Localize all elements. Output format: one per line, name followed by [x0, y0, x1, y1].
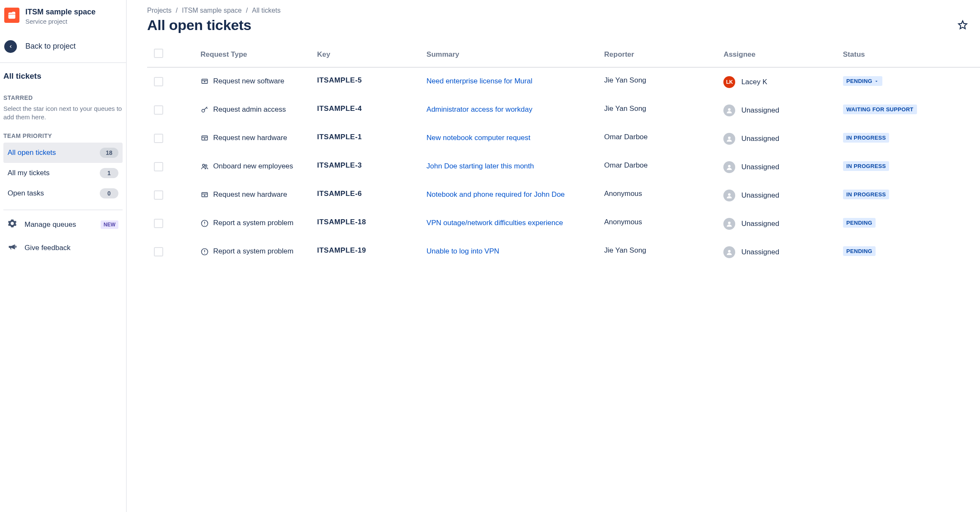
alert-icon: [200, 219, 209, 228]
hardware-icon: [200, 134, 209, 143]
feedback-label: Give feedback: [25, 244, 71, 252]
ticket-summary-link[interactable]: Need enterprise license for Mural: [427, 77, 532, 85]
table-row[interactable]: Report a system problemITSAMPLE-18VPN ou…: [147, 209, 980, 238]
row-checkbox[interactable]: [154, 162, 163, 171]
table-row[interactable]: Report a system problemITSAMPLE-19Unable…: [147, 238, 980, 266]
assignee-cell[interactable]: LKLacey K: [723, 76, 832, 88]
queue-item[interactable]: Open tasks0: [3, 183, 123, 204]
row-checkbox[interactable]: [154, 219, 163, 228]
table-row[interactable]: Request new hardwareITSAMPLE-6Notebook a…: [147, 181, 980, 209]
row-checkbox[interactable]: [154, 190, 163, 200]
chevron-down-icon: [874, 79, 879, 84]
reporter-cell[interactable]: Omar Darboe: [599, 124, 718, 153]
status-badge[interactable]: IN PROGRESS: [843, 190, 890, 199]
assignee-name: Unassigned: [741, 106, 779, 115]
svg-point-21: [205, 253, 205, 253]
breadcrumb-item[interactable]: Projects: [147, 7, 172, 14]
reporter-cell[interactable]: Anonymous: [599, 181, 718, 209]
assignee-cell[interactable]: Unassigned: [723, 161, 832, 173]
table-row[interactable]: Onboard new employeesITSAMPLE-3John Doe …: [147, 153, 980, 181]
queue-count-badge: 1: [100, 168, 118, 178]
assignee-cell[interactable]: Unassigned: [723, 246, 832, 258]
reporter-cell[interactable]: Omar Darboe: [599, 153, 718, 181]
ticket-key[interactable]: ITSAMPLE-5: [312, 67, 422, 96]
ticket-key[interactable]: ITSAMPLE-3: [312, 153, 422, 181]
reporter-cell[interactable]: Jie Yan Song: [599, 67, 718, 96]
star-icon: [957, 19, 968, 30]
select-all-header[interactable]: [147, 49, 195, 67]
gear-icon: [8, 219, 17, 230]
svg-point-17: [205, 225, 205, 225]
checkbox-icon[interactable]: [154, 49, 163, 58]
unassigned-avatar-icon: [723, 246, 735, 258]
breadcrumb-item[interactable]: ITSM sample space: [182, 7, 241, 14]
row-checkbox[interactable]: [154, 134, 163, 143]
queue-item[interactable]: All my tickets1: [3, 163, 123, 183]
reporter-cell[interactable]: Jie Yan Song: [599, 238, 718, 266]
assignee-name: Unassigned: [741, 135, 779, 143]
ticket-key[interactable]: ITSAMPLE-4: [312, 96, 422, 124]
ticket-key[interactable]: ITSAMPLE-6: [312, 181, 422, 209]
ticket-key[interactable]: ITSAMPLE-19: [312, 238, 422, 266]
status-text: IN PROGRESS: [846, 163, 886, 169]
assignee-cell[interactable]: Unassigned: [723, 105, 832, 116]
svg-point-10: [205, 165, 207, 166]
col-request-type[interactable]: Request Type: [195, 49, 312, 67]
assignee-name: Unassigned: [741, 248, 779, 256]
assignee-cell[interactable]: Unassigned: [723, 218, 832, 230]
row-checkbox[interactable]: [154, 77, 163, 86]
ticket-summary-link[interactable]: Unable to log into VPN: [427, 247, 499, 255]
table-row[interactable]: Request new hardwareITSAMPLE-1New notebo…: [147, 124, 980, 153]
breadcrumb-separator: /: [246, 7, 248, 14]
star-button[interactable]: [957, 16, 968, 32]
project-avatar-icon: [4, 8, 19, 23]
team-priority-heading: TEAM PRIORITY: [3, 124, 123, 143]
ticket-key[interactable]: ITSAMPLE-18: [312, 209, 422, 238]
status-text: PENDING: [846, 78, 872, 84]
people-icon: [200, 162, 209, 171]
request-type-label: Request new software: [213, 76, 284, 86]
ticket-summary-link[interactable]: VPN outage/network difficulties experien…: [427, 219, 563, 227]
col-summary[interactable]: Summary: [422, 49, 599, 67]
status-badge[interactable]: WAITING FOR SUPPORT: [843, 105, 917, 114]
svg-point-4: [202, 109, 205, 112]
svg-point-5: [728, 108, 731, 111]
ticket-summary-link[interactable]: New notebook computer request: [427, 134, 531, 142]
status-badge[interactable]: IN PROGRESS: [843, 161, 890, 171]
row-checkbox[interactable]: [154, 247, 163, 256]
svg-point-18: [728, 222, 731, 224]
col-reporter[interactable]: Reporter: [599, 49, 718, 67]
status-text: IN PROGRESS: [846, 191, 886, 198]
col-status[interactable]: Status: [838, 49, 980, 67]
row-checkbox[interactable]: [154, 105, 163, 115]
ticket-summary-link[interactable]: Administrator access for workday: [427, 105, 532, 113]
ticket-summary-link[interactable]: John Doe starting later this month: [427, 162, 534, 170]
assignee-name: Unassigned: [741, 163, 779, 171]
table-row[interactable]: Request new softwareITSAMPLE-5Need enter…: [147, 67, 980, 96]
project-header[interactable]: ITSM sample space Service project: [0, 6, 126, 31]
status-badge[interactable]: PENDING: [843, 218, 876, 228]
ticket-key[interactable]: ITSAMPLE-1: [312, 124, 422, 153]
col-key[interactable]: Key: [312, 49, 422, 67]
all-tickets-heading[interactable]: All tickets: [3, 63, 123, 85]
back-to-project-button[interactable]: Back to project: [0, 31, 126, 63]
queue-item[interactable]: All open tickets18: [3, 143, 123, 163]
col-assignee[interactable]: Assignee: [718, 49, 838, 67]
reporter-cell[interactable]: Jie Yan Song: [599, 96, 718, 124]
breadcrumb-item[interactable]: All tickets: [252, 7, 281, 14]
reporter-cell[interactable]: Anonymous: [599, 209, 718, 238]
give-feedback-button[interactable]: Give feedback: [3, 236, 123, 259]
assignee-name: Lacey K: [741, 78, 767, 86]
back-label: Back to project: [25, 42, 76, 51]
tickets-table: Request Type Key Summary Reporter Assign…: [147, 49, 980, 266]
table-row[interactable]: Request admin accessITSAMPLE-4Administra…: [147, 96, 980, 124]
ticket-summary-link[interactable]: Notebook and phone required for John Doe: [427, 190, 565, 198]
project-subtitle: Service project: [25, 18, 96, 25]
assignee-cell[interactable]: Unassigned: [723, 190, 832, 201]
assignee-cell[interactable]: Unassigned: [723, 133, 832, 145]
sidebar-divider: [3, 209, 123, 210]
status-badge[interactable]: PENDING: [843, 76, 882, 86]
status-badge[interactable]: PENDING: [843, 246, 876, 256]
status-badge[interactable]: IN PROGRESS: [843, 133, 890, 143]
manage-queues-button[interactable]: Manage queues NEW: [3, 213, 123, 236]
